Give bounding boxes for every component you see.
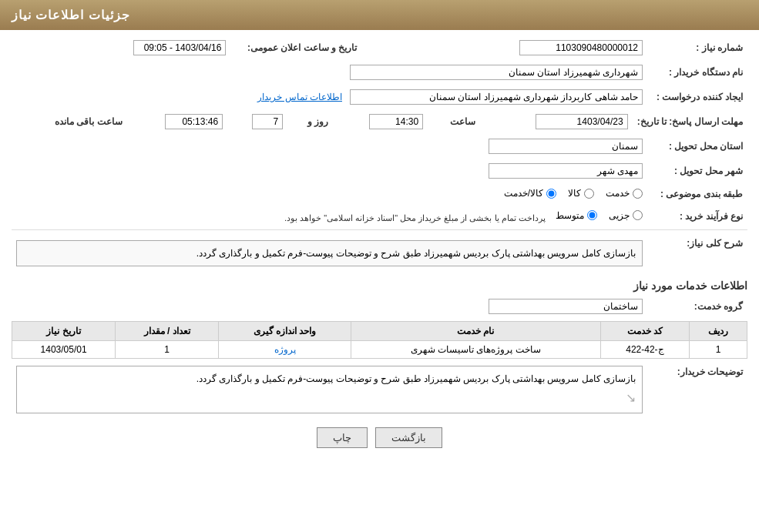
mohlat-days-cell [227,112,287,132]
row8-table: نوع فرآیند خرید : جزیی متوسط پرداخت [12,208,747,226]
saet-label-cell: ساعت [428,112,480,132]
sharh-table: شرح کلی نیاز: بازسازی کامل سرویس بهداشتی… [12,235,747,272]
sharh-label: شرح کلی نیاز: [647,235,747,272]
row6-table: شهر محل تحویل : [12,161,747,181]
radio-kala-label: کالا [568,188,581,199]
cell-unit: پروژه [219,341,351,359]
sharh-value: بازسازی کامل سرویس بهداشتی پارک بردیس شه… [12,235,647,272]
radio-kala-khadamat[interactable]: کالا/خدمت [504,188,556,199]
remaining-time-cell [127,112,228,132]
back-button[interactable]: بازگشت [375,427,442,448]
radio-jozee-input[interactable] [633,210,643,220]
row1-table: شماره نیاز : تاریخ و ساعت اعلان عمومی: [12,38,747,58]
mohlat-label: مهلت ارسال پاسخ: تا تاریخ: [633,112,747,132]
remaining-label-cell: ساعت باقی مانده [12,112,127,132]
tarikh-saet-input[interactable] [133,40,226,55]
radio-jozee-label: جزیی [609,210,630,221]
radio-jozee[interactable]: جزیی [609,210,643,221]
ijtalaaat-tamas-link[interactable]: اطلاعات تماس خریدار [257,92,342,102]
tarikh-saet-value [12,38,230,58]
row5-table: استان محل تحویل : [12,136,747,156]
tozihat-text: بازسازی کامل سرویس بهداشتی پارک بردیس شه… [196,373,636,384]
print-button[interactable]: چاپ [317,427,368,448]
tabaqe-radio-group: خدمت کالا کالا/خدمت [504,188,643,199]
cell-name: ساخت پروژه‌های تاسیسات شهری [351,341,600,359]
sharh-box: بازسازی کامل سرویس بهداشتی پارک بردیس شه… [16,240,643,266]
shahr-input[interactable] [489,163,643,179]
shahr-label: شهر محل تحویل : [647,161,747,181]
cell-count: 1 [116,341,219,359]
ostan-label: استان محل تحویل : [647,136,747,156]
shomara-niaz-label: شماره نیاز : [647,38,747,58]
cell-radif: 1 [690,341,747,359]
row4-table: مهلت ارسال پاسخ: تا تاریخ: ساعت روز و [12,112,747,132]
th-unit: واحد اندازه گیری [219,322,351,341]
shomara-niaz-value [361,38,647,58]
remaining-time-input[interactable] [165,114,223,129]
mohlat-date-cell [480,112,633,132]
tabaqe-value: خدمت کالا کالا/خدمت [12,186,647,203]
ijad-konande-input[interactable] [350,89,643,105]
mohlat-time-cell [333,112,428,132]
tozihat-box: بازسازی کامل سرویس بهداشتی پارک بردیس شه… [16,366,643,413]
name-dastgah-label: نام دستگاه خریدار : [647,62,747,82]
name-dastgah-input[interactable] [350,65,643,80]
radio-khadamat-label: خدمت [606,188,630,199]
th-name: نام خدمت [351,322,600,341]
button-row: بازگشت چاپ [12,427,747,448]
name-dastgah-value [12,62,647,82]
gorooh-input[interactable] [489,299,643,314]
mohlat-days-input[interactable] [252,114,283,129]
tarikh-saet-label: تاریخ و ساعت اعلان عمومی: [230,38,361,58]
tozihat-label: توضیحات خریدار: [647,363,747,416]
ostan-value [12,136,647,156]
table-row: 1 ج-42-422 ساخت پروژه‌های تاسیسات شهری پ… [12,341,747,359]
ijad-konande-label: ایجاد کننده درخواست : [647,87,747,107]
saet-label: ساعت [450,116,475,127]
page-wrapper: جزئیات اطلاعات نیاز شماره نیاز : تاریخ و… [0,0,759,532]
content-area: شماره نیاز : تاریخ و ساعت اعلان عمومی: ن… [0,30,759,463]
services-section-title: اطلاعات خدمات مورد نیاز [12,279,747,292]
radio-kala-khadamat-label: کالا/خدمت [504,188,543,199]
radio-kala-khadamat-input[interactable] [546,189,556,199]
th-date: تاریخ نیاز [12,322,116,341]
gorooh-table: گروه خدمت: [12,296,747,316]
row7-table: طبقه بندی موضوعی : خدمت کالا [12,186,747,203]
tozihat-cursor: ↘ [626,391,636,404]
noee-note: پرداخت تمام یا بخشی از مبلغ خریداز محل "… [284,212,546,222]
th-code: کد خدمت [600,322,690,341]
shomara-niaz-input[interactable] [519,40,643,55]
radio-motavasset[interactable]: متوسط [556,210,597,221]
page-title: جزئیات اطلاعات نیاز [12,8,130,22]
cell-code: ج-42-422 [600,341,690,359]
th-count: تعداد / مقدار [116,322,219,341]
divider1 [12,229,747,230]
gorooh-value [12,296,647,316]
cell-date: 1403/05/01 [12,341,116,359]
th-radif: ردیف [690,322,747,341]
noee-radio-group: جزیی متوسط [556,210,643,221]
radio-khadamat-input[interactable] [633,189,643,199]
roz-label: روز و [307,116,328,127]
noee-label: نوع فرآیند خرید : [647,208,747,226]
services-table: ردیف کد خدمت نام خدمت واحد اندازه گیری ت… [12,321,747,359]
radio-khadamat[interactable]: خدمت [606,188,643,199]
mohlat-date-input[interactable] [536,114,628,129]
radio-kala-input[interactable] [584,189,594,199]
tozihat-value: بازسازی کامل سرویس بهداشتی پارک بردیس شه… [12,363,647,416]
mohlat-time-input[interactable] [369,114,423,129]
radio-motavasset-input[interactable] [587,210,597,220]
remaining-label: ساعت باقی مانده [55,116,123,127]
gorooh-label: گروه خدمت: [647,296,747,316]
noee-value: جزیی متوسط پرداخت تمام یا بخشی از مبلغ خ… [12,208,647,226]
row3-table: ایجاد کننده درخواست : اطلاعات تماس خریدا… [12,87,747,107]
roz-label-cell: روز و [287,112,333,132]
row2-table: نام دستگاه خریدار : [12,62,747,82]
ostan-input[interactable] [489,139,643,154]
radio-kala[interactable]: کالا [568,188,594,199]
shahr-value [12,161,647,181]
radio-motavasset-label: متوسط [556,210,584,221]
tabaqe-label: طبقه بندی موضوعی : [647,186,747,203]
page-header: جزئیات اطلاعات نیاز [0,0,759,30]
ijad-konande-value: اطلاعات تماس خریدار [12,87,647,107]
